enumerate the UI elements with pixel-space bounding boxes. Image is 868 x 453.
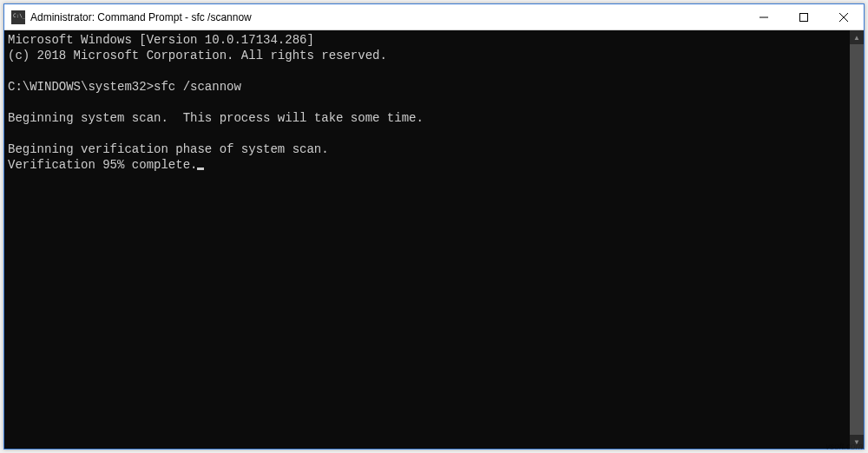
output-line: (c) 2018 Microsoft Corporation. All righ… <box>8 49 387 62</box>
cursor <box>197 167 204 170</box>
command-prompt-window: Administrator: Command Prompt - sfc /sca… <box>3 3 865 450</box>
output-line: Microsoft Windows [Version 10.0.17134.28… <box>8 33 314 47</box>
close-button[interactable] <box>824 4 864 30</box>
output-line: Beginning system scan. This process will… <box>8 111 424 125</box>
svg-rect-1 <box>800 13 808 21</box>
window-title: Administrator: Command Prompt - sfc /sca… <box>30 11 252 23</box>
minimize-button[interactable] <box>744 4 784 30</box>
vertical-scrollbar[interactable]: ▲ ▼ <box>850 30 864 449</box>
scroll-track[interactable] <box>850 44 864 435</box>
output-prompt-line: C:\WINDOWS\system32>sfc /scannow <box>8 80 241 94</box>
titlebar[interactable]: Administrator: Command Prompt - sfc /sca… <box>4 4 864 30</box>
cmd-icon <box>11 10 25 24</box>
client-area: Microsoft Windows [Version 10.0.17134.28… <box>4 30 864 449</box>
scroll-thumb[interactable] <box>850 44 864 435</box>
terminal-output[interactable]: Microsoft Windows [Version 10.0.17134.28… <box>4 30 850 449</box>
maximize-button[interactable] <box>784 4 824 30</box>
output-line: Beginning verification phase of system s… <box>8 142 329 156</box>
scroll-up-button[interactable]: ▲ <box>850 30 864 44</box>
scroll-down-button[interactable]: ▼ <box>850 435 864 449</box>
output-line: Verification 95% complete. <box>8 158 197 172</box>
